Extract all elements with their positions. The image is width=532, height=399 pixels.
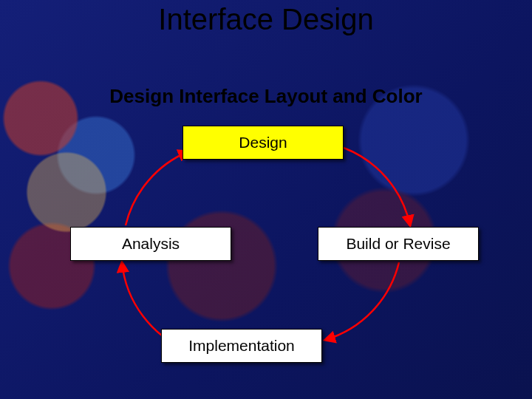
cycle-box-label: Implementation xyxy=(188,337,295,354)
cycle-box-label: Design xyxy=(239,134,287,151)
slide: Interface Design Design Interface Layout… xyxy=(0,0,532,399)
arrow-design-to-build xyxy=(344,148,410,225)
arrow-build-to-implementation xyxy=(325,262,399,340)
cycle-box-design: Design xyxy=(183,126,344,160)
cycle-box-implementation: Implementation xyxy=(161,329,322,363)
cycle-box-label: Analysis xyxy=(122,235,180,252)
cycle-box-label: Build or Revise xyxy=(346,235,450,252)
cycle-box-build: Build or Revise xyxy=(318,227,479,261)
cycle-box-analysis: Analysis xyxy=(70,227,231,261)
arrow-analysis-to-design xyxy=(126,151,188,225)
page-subtitle: Design Interface Layout and Color xyxy=(0,85,532,108)
page-title: Interface Design xyxy=(0,3,532,36)
